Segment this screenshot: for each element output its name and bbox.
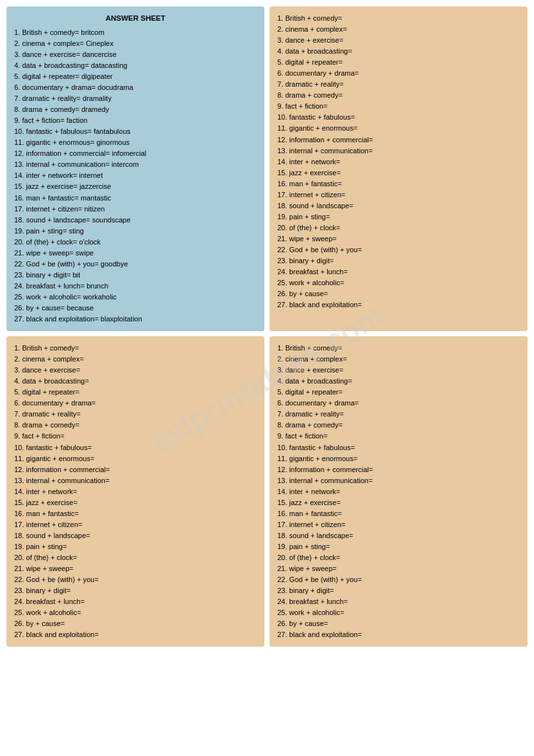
question-item: 5. digital + repeater= <box>277 57 520 68</box>
question-item: 12. information + commercial= <box>277 464 520 475</box>
question-item: 23. binary + digit= <box>277 585 520 596</box>
question-item: 19. pain + sting= <box>14 541 257 552</box>
question-item: 12. information + commercial= <box>277 135 520 146</box>
answer-sheet-title: ANSWER SHEET <box>14 13 257 25</box>
answer-item: 16. man + fantastic= mantastic <box>14 193 257 204</box>
question-item: 2. cinema + complex= <box>14 354 257 365</box>
question-item: 11. gigantic + enormous= <box>14 453 257 464</box>
question-item: 21. wipe + sweep= <box>277 233 520 244</box>
question-item: 13. internal + communication= <box>277 475 520 486</box>
question-item: 2. cinema + complex= <box>277 24 520 35</box>
question-item: 8. drama + comedy= <box>277 420 520 431</box>
answer-item: 23. binary + digit= bit <box>14 270 257 281</box>
question-item: 8. drama + comedy= <box>14 420 257 431</box>
question-items-bottom-right: 1. British + comedy=2. cinema + complex=… <box>277 343 520 640</box>
question-item: 6. documentary + drama= <box>277 398 520 409</box>
answer-item: 12. information + commercial= infomercia… <box>14 148 257 159</box>
question-item: 26. by + cause= <box>277 288 520 299</box>
question-item: 21. wipe + sweep= <box>14 563 257 574</box>
question-item: 16. man + fantastic= <box>277 508 520 519</box>
question-item: 24. breakfast + lunch= <box>277 266 520 277</box>
question-item: 23. binary + digit= <box>277 255 520 266</box>
question-item: 20. of (the) + clock= <box>277 552 520 563</box>
question-item: 7. dramatic + reality= <box>14 409 257 420</box>
question-item: 16. man + fantastic= <box>277 178 520 189</box>
answer-item: 6. documentary + drama= docudrama <box>14 82 257 93</box>
question-item: 4. data + broadcasting= <box>277 46 520 57</box>
question-item: 13. internal + communication= <box>277 146 520 157</box>
question-sheet-bottom-left: 1. British + comedy=2. cinema + complex=… <box>6 336 264 647</box>
question-item: 1. British + comedy= <box>277 343 520 354</box>
answer-item: 1. British + comedy= britcom <box>14 27 257 38</box>
question-item: 11. gigantic + enormous= <box>277 123 520 134</box>
question-item: 3. dance + exercise= <box>277 365 520 376</box>
question-item: 9. fact + fiction= <box>277 101 520 112</box>
answer-item: 10. fantastic + fabulous= fantabulous <box>14 126 257 137</box>
question-item: 26. by + cause= <box>277 618 520 629</box>
question-item: 7. dramatic + reality= <box>277 79 520 90</box>
question-items-top-right: 1. British + comedy=2. cinema + complex=… <box>277 13 520 310</box>
answer-item: 24. breakfast + lunch= brunch <box>14 281 257 292</box>
question-item: 25. work + alcoholic= <box>14 607 257 618</box>
question-item: 11. gigantic + enormous= <box>277 453 520 464</box>
question-item: 26. by + cause= <box>14 618 257 629</box>
answer-item: 11. gigantic + enormous= ginormous <box>14 137 257 148</box>
answer-item: 21. wipe + sweep= swipe <box>14 248 257 259</box>
question-item: 15. jazz + exercise= <box>14 497 257 508</box>
answer-item: 5. digital + repeater= digipeater <box>14 71 257 82</box>
answer-item: 15. jazz + exercise= jazzercise <box>14 181 257 192</box>
question-item: 18. sound + landscape= <box>277 530 520 541</box>
question-item: 1. British + comedy= <box>277 13 520 24</box>
question-items-bottom-left: 1. British + comedy=2. cinema + complex=… <box>14 343 257 640</box>
question-item: 10. fantastic + fabulous= <box>14 442 257 453</box>
question-item: 17. internet + citizen= <box>277 189 520 200</box>
question-item: 27. black and exploitation= <box>277 299 520 310</box>
answer-item: 18. sound + landscape= soundscape <box>14 215 257 226</box>
answer-sheet-items: 1. British + comedy= britcom2. cinema + … <box>14 27 257 325</box>
answer-item: 20. of (the) + clock= o'clock <box>14 237 257 248</box>
answer-item: 14. inter + network= internet <box>14 170 257 181</box>
question-item: 24. breakfast + lunch= <box>14 596 257 607</box>
question-item: 7. dramatic + reality= <box>277 409 520 420</box>
question-item: 3. dance + exercise= <box>14 365 257 376</box>
question-item: 2. cinema + complex= <box>277 354 520 365</box>
answer-item: 4. data + broadcasting= datacasting <box>14 60 257 71</box>
answer-sheet-panel: ANSWER SHEET 1. British + comedy= britco… <box>6 6 264 331</box>
question-item: 17. internet + citizen= <box>14 519 257 530</box>
question-item: 12. information + commercial= <box>14 464 257 475</box>
question-item: 14. inter + network= <box>277 157 520 167</box>
answer-item: 25. work + alcoholic= workaholic <box>14 292 257 303</box>
question-item: 16. man + fantastic= <box>14 508 257 519</box>
question-item: 4. data + broadcasting= <box>277 376 520 387</box>
question-item: 17. internet + citizen= <box>277 519 520 530</box>
question-item: 6. documentary + drama= <box>277 68 520 79</box>
answer-item: 8. drama + comedy= dramedy <box>14 104 257 115</box>
question-sheet-bottom-right: 1. British + comedy=2. cinema + complex=… <box>270 336 528 647</box>
question-item: 23. binary + digit= <box>14 585 257 596</box>
question-item: 19. pain + sting= <box>277 211 520 222</box>
answer-item: 19. pain + sting= sting <box>14 226 257 237</box>
question-item: 15. jazz + exercise= <box>277 497 520 508</box>
question-item: 5. digital + repeater= <box>277 387 520 398</box>
question-item: 15. jazz + exercise= <box>277 167 520 178</box>
question-item: 10. fantastic + fabulous= <box>277 112 520 123</box>
answer-item: 9. fact + fiction= faction <box>14 115 257 126</box>
answer-item: 7. dramatic + reality= dramality <box>14 93 257 104</box>
question-item: 9. fact + fiction= <box>14 431 257 442</box>
question-item: 19. pain + sting= <box>277 541 520 552</box>
question-item: 14. inter + network= <box>14 486 257 497</box>
question-item: 9. fact + fiction= <box>277 431 520 442</box>
answer-item: 3. dance + exercise= dancercise <box>14 49 257 60</box>
answer-item: 2. cinema + complex= Cineplex <box>14 38 257 49</box>
answer-item: 17. internet + citizen= nitizen <box>14 204 257 215</box>
answer-item: 26. by + cause= because <box>14 303 257 314</box>
answer-item: 27. black and exploitation= blaxploitati… <box>14 314 257 325</box>
question-item: 8. drama + comedy= <box>277 90 520 101</box>
answer-item: 13. internal + communication= intercom <box>14 159 257 170</box>
question-item: 3. dance + exercise= <box>277 35 520 46</box>
question-item: 20. of (the) + clock= <box>14 552 257 563</box>
answer-item: 22. God + be (with) + you= goodbye <box>14 259 257 270</box>
question-item: 6. documentary + drama= <box>14 398 257 409</box>
question-item: 13. internal + communication= <box>14 475 257 486</box>
question-item: 22. God + be (with) + you= <box>14 574 257 585</box>
